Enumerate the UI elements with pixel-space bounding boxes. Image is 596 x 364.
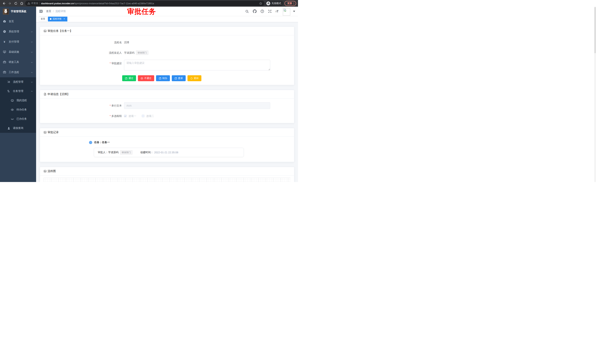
single-text-input <box>124 102 270 109</box>
field-label: 流程发起人 <box>44 49 124 56</box>
sidebar-item-label: 首页 <box>9 20 14 23</box>
document-icon <box>44 93 46 96</box>
sidebar-item-my-process[interactable]: 我的流程 <box>0 96 36 105</box>
sidebar-item-task-mgmt[interactable]: 任务管理 <box>0 87 36 96</box>
approval-record-card: 审批记录 任务：任务一 审批人： 芋道源码 研发部门 创建时间： <box>40 128 294 162</box>
chevron-down-icon <box>31 61 33 64</box>
timeline-item-head: 任务：任务一 <box>89 141 291 144</box>
sidebar-item-label: 已办任务 <box>16 117 27 121</box>
briefcase-icon <box>3 71 6 74</box>
tab-home[interactable]: 首页 <box>39 17 47 22</box>
fullscreen-icon[interactable] <box>268 9 272 13</box>
reload-icon[interactable] <box>13 1 18 6</box>
app-title: 芋道管理系统 <box>11 10 26 13</box>
eye-closed-icon <box>11 117 14 121</box>
sidebar-item-payment[interactable]: ¥ 支付管理 <box>0 37 36 47</box>
checkbox-group: 选项一 选项二 <box>124 113 160 119</box>
star-icon[interactable] <box>259 2 262 5</box>
monitor-icon <box>3 50 6 54</box>
checkbox-label: 选项二 <box>146 113 154 119</box>
record-timeline: 任务：任务一 审批人： 芋道源码 研发部门 创建时间： 2022-01-21 2… <box>89 141 291 157</box>
gear-icon <box>3 30 6 33</box>
edit-icon <box>159 77 161 80</box>
create-time-value: 2022-01-21 22:35:08 <box>154 151 178 154</box>
breadcrumb-home[interactable]: 首页 <box>46 10 51 13</box>
sidebar-item-devtools[interactable]: 研发工具 <box>0 57 36 67</box>
search-icon[interactable] <box>245 9 249 13</box>
breadcrumb-separator: / <box>53 10 54 13</box>
site-security[interactable]: 不安全 <box>27 2 38 5</box>
eye-icon <box>11 108 14 111</box>
field-label: 单行文本 <box>44 102 124 109</box>
forward-icon[interactable] <box>7 1 12 6</box>
assignee-name: 芋道源码 <box>108 151 119 154</box>
sidebar-item-leave-query[interactable]: 请假查询 <box>0 124 36 133</box>
reject-button[interactable]: 不通过 <box>138 75 154 81</box>
person-icon <box>7 126 10 130</box>
checkbox-label: 选项一 <box>128 113 136 119</box>
clock-icon <box>89 141 92 144</box>
sidebar-item-process-mgmt[interactable]: 流程管理 <box>0 77 36 87</box>
workflow-submenu: 流程管理 任务管理 我的流程 待办任务 <box>0 77 36 133</box>
browser-toolbar: 不安全 dashboard.yudao.iocoder.cn/bpm/proce… <box>0 0 298 7</box>
form-row-single-text: 单行文本 <box>44 102 291 109</box>
help-icon[interactable]: ? <box>261 9 264 13</box>
form-row-process-name: 流程名 滔博 <box>44 39 291 46</box>
tab-label: 流程详情 <box>52 17 61 21</box>
sidebar-item-done-tasks[interactable]: 已办任务 <box>0 114 36 124</box>
chevron-up-icon <box>31 90 33 93</box>
card-body: 单行文本 多选框组 选项一 选项二 <box>40 99 294 123</box>
process-name-value: 滔博 <box>124 39 129 46</box>
sidebar-item-infra[interactable]: 基础设施 <box>0 47 36 57</box>
sidebar: 芋道管理系统 首页 系统管理 ¥ 支付管理 基础设施 <box>0 7 36 182</box>
tab-process-detail[interactable]: 流程详情 <box>48 17 67 22</box>
sidebar-item-label: 研发工具 <box>9 60 19 64</box>
approval-task-card: 审批任务【任务一】 流程名 滔博 流程发起人 芋道源码 研发部门 <box>40 27 294 85</box>
transfer-button[interactable]: 转办 <box>156 75 170 81</box>
tags-view: 首页 流程详情 <box>36 16 298 22</box>
card-title: 审批记录 <box>48 131 59 134</box>
sidebar-item-label: 基础设施 <box>9 50 19 54</box>
sidebar-item-system[interactable]: 系统管理 <box>0 26 36 37</box>
process-diagram-card: 流程图 <box>40 167 294 182</box>
more-menu-dots[interactable] <box>294 2 294 5</box>
sidebar-item-label: 请假查询 <box>13 126 23 130</box>
field-label: 流程名 <box>44 39 124 46</box>
sidebar-collapse-icon[interactable] <box>39 9 43 13</box>
address-bar[interactable]: 不安全 dashboard.yudao.iocoder.cn/bpm/proce… <box>25 1 264 6</box>
sidebar-item-home[interactable]: 首页 <box>0 16 36 26</box>
circle-close-icon <box>141 77 143 80</box>
page-content: 审批任务【任务一】 流程名 滔博 流程发起人 芋道源码 研发部门 <box>36 22 298 182</box>
app-logo[interactable]: 芋道管理系统 <box>0 7 36 16</box>
incognito-icon <box>266 1 270 5</box>
checkbox-option2: 选项二 <box>142 113 154 119</box>
back-icon[interactable] <box>1 1 6 6</box>
chevron-down-icon <box>31 81 33 84</box>
tab-label: 首页 <box>41 17 45 21</box>
suggestion-textarea[interactable] <box>124 60 270 71</box>
bpmn-diagram-canvas[interactable] <box>44 178 291 182</box>
sidebar-item-workflow[interactable]: 工作流程 <box>0 67 36 77</box>
toolbox-icon <box>3 60 6 64</box>
card-header: 流程图 <box>40 167 294 175</box>
delegate-button[interactable]: 委派 <box>172 75 186 81</box>
font-size-icon[interactable] <box>276 10 279 13</box>
checkbox-checked-icon <box>124 115 127 117</box>
card-title: 流程图 <box>48 169 56 173</box>
dept-tag: 研发部门 <box>120 150 133 155</box>
github-icon[interactable] <box>253 9 257 13</box>
sidebar-item-label: 流程管理 <box>13 80 23 84</box>
return-button[interactable]: 退回 <box>187 75 201 81</box>
update-button[interactable]: 更新 <box>284 1 296 6</box>
avatar[interactable] <box>283 8 290 15</box>
form-row-initiator: 流程发起人 芋道源码 研发部门 <box>44 49 291 56</box>
sidebar-item-todo-tasks[interactable]: 待办任务 <box>0 105 36 114</box>
home-icon[interactable] <box>19 1 24 6</box>
close-icon[interactable] <box>63 18 66 20</box>
approve-button[interactable]: 通过 <box>122 75 136 81</box>
caret-down-icon[interactable] <box>293 11 295 12</box>
checkbox-option1: 选项一 <box>124 113 136 119</box>
update-label: 更新 <box>287 2 292 5</box>
tree-icon <box>7 89 10 93</box>
chevron-down-icon <box>31 51 33 54</box>
